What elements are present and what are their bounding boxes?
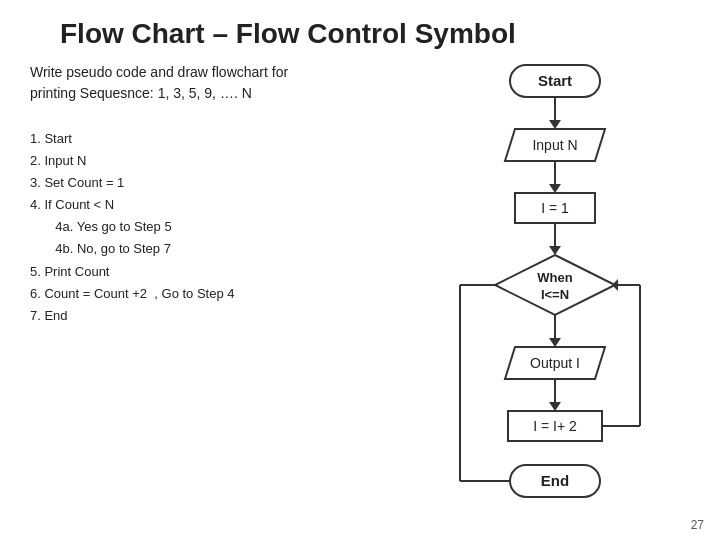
svg-marker-26 bbox=[612, 279, 618, 291]
page-title: Flow Chart – Flow Control Symbol bbox=[0, 0, 720, 62]
flowchart: Start Input N I = 1 When I<=N bbox=[430, 57, 690, 517]
svg-marker-11 bbox=[549, 246, 561, 255]
svg-text:I<=N: I<=N bbox=[541, 287, 569, 302]
svg-marker-20 bbox=[549, 402, 561, 411]
svg-text:I = 1: I = 1 bbox=[541, 200, 569, 216]
svg-text:Start: Start bbox=[538, 72, 572, 89]
svg-text:End: End bbox=[541, 472, 569, 489]
right-panel: Start Input N I = 1 When I<=N bbox=[420, 62, 700, 517]
page-number: 27 bbox=[691, 518, 704, 532]
description-line2: printing Sequesnce: 1, 3, 5, 9, …. N bbox=[30, 85, 252, 101]
svg-marker-3 bbox=[549, 120, 561, 129]
svg-text:Output I: Output I bbox=[530, 355, 580, 371]
pseudocode: 1. Start 2. Input N 3. Set Count = 1 4. … bbox=[30, 128, 400, 327]
svg-marker-12 bbox=[495, 255, 615, 315]
left-panel: Write pseudo code and draw flowchart for… bbox=[20, 62, 400, 517]
description: Write pseudo code and draw flowchart for… bbox=[30, 62, 400, 104]
svg-text:When: When bbox=[537, 270, 572, 285]
svg-marker-16 bbox=[549, 338, 561, 347]
svg-text:Input N: Input N bbox=[532, 137, 577, 153]
svg-text:I =  I+ 2: I = I+ 2 bbox=[533, 418, 577, 434]
description-line1: Write pseudo code and draw flowchart for bbox=[30, 64, 288, 80]
svg-marker-7 bbox=[549, 184, 561, 193]
